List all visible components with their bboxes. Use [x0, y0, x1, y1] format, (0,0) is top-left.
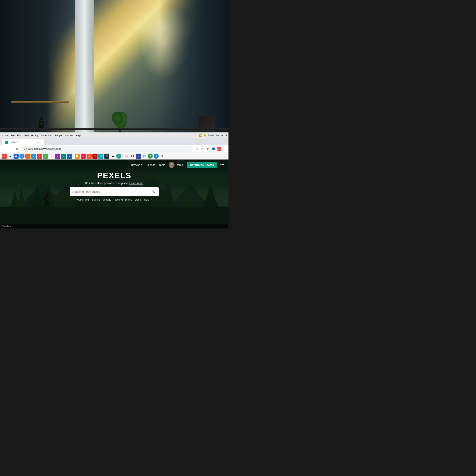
clock: Wed 16:15 [216, 134, 227, 137]
pinterest-icon[interactable]: P [206, 147, 210, 151]
pexels-website: Browse ▾ License Tools Daniel Contri [0, 159, 228, 228]
extension-icon-1[interactable]: 🔵 [211, 147, 216, 151]
shield-icon[interactable]: 🛡 [200, 147, 205, 151]
menu-help[interactable]: Help [76, 134, 81, 137]
tab-close-button[interactable]: × [37, 140, 41, 144]
url-action-buttons: ☆ 🛡 P 🔵 OFF ⋮ [195, 147, 227, 151]
ext-icon-3[interactable]: ■ [31, 153, 36, 159]
ext-icon-17[interactable]: ↺ [116, 153, 121, 159]
ext-icon-18[interactable]: 📊 [124, 153, 129, 159]
os-menubar: hrome File Edit View History Bookmarks P… [0, 133, 228, 138]
tag-blur[interactable]: blur [85, 198, 90, 201]
url-text: https://www.pexels.com [34, 147, 61, 151]
url-bar: ← → ↻ 🔒 Secure https://www.pexels.com ☆ … [0, 145, 228, 153]
office-pillar [75, 0, 94, 137]
menu-edit[interactable]: Edit [17, 134, 21, 137]
ext-icon-6[interactable]: ⚡ [49, 153, 54, 159]
license-link[interactable]: License [146, 163, 155, 167]
url-input[interactable]: 🔒 Secure https://www.pexels.com [21, 146, 193, 152]
menu-people[interactable]: People [55, 134, 62, 137]
ext-icon-2[interactable]: ● [25, 153, 31, 159]
pexels-site-subtitle: Best free stock photos in one place. Lea… [85, 182, 143, 185]
gmail-icon[interactable]: M [2, 153, 7, 159]
ext-icon-8[interactable]: M [61, 153, 66, 159]
background-photo [0, 0, 228, 137]
browse-label: Browse [131, 163, 140, 167]
ext-icon-10[interactable]: 📊 [75, 153, 80, 159]
refresh-button[interactable]: ↻ [14, 146, 19, 152]
ext-icon-11[interactable]: A [81, 153, 86, 159]
user-name: Daniel [176, 163, 184, 167]
more-options-button[interactable]: ••• [220, 163, 224, 167]
tag-vintage[interactable]: vintage [103, 198, 111, 201]
battery-icon: 🔋 [204, 134, 206, 137]
extension-icon-2[interactable]: OFF [217, 147, 221, 151]
tag-meeting[interactable]: meeting [114, 198, 123, 201]
search-icon-button[interactable]: 🔍 [152, 190, 156, 194]
ext-icon-22[interactable]: ↺ [148, 153, 153, 159]
divider-2 [122, 154, 123, 158]
user-avatar[interactable] [169, 162, 174, 168]
ext-icon-20[interactable]: In [136, 153, 141, 159]
more-url-actions[interactable]: ⋮ [222, 147, 227, 151]
active-tab[interactable]: P Pexels × [2, 139, 44, 145]
ext-icon-16[interactable]: ☁ [110, 153, 115, 159]
os-statusbar: 📶 🔋 100 % Wed 16:15 [199, 134, 227, 137]
svg-point-28 [170, 163, 173, 165]
tag-phone[interactable]: phone [125, 198, 132, 201]
back-button[interactable]: ← [2, 146, 7, 152]
ext-icon-5[interactable]: ✓ [43, 153, 48, 159]
tools-link[interactable]: Tools [159, 163, 165, 167]
close-tab-icon[interactable]: ✕ [159, 153, 165, 159]
pexels-nav-right: Browse ▾ License Tools Daniel Contri [131, 162, 224, 168]
ext-icon-13[interactable]: Ps [92, 153, 98, 159]
tag-house[interactable]: house [76, 198, 83, 201]
new-tab-button[interactable]: + [44, 139, 50, 145]
desk [11, 101, 68, 103]
pexels-search-bar[interactable]: 🔍 [70, 187, 159, 196]
browse-arrow-icon: ▾ [141, 163, 143, 167]
pexels-hero-content: PEXELS Best free stock photos in one pla… [0, 171, 228, 201]
ext-icon-7[interactable]: M [55, 153, 60, 159]
pexels-search-input[interactable] [73, 190, 150, 193]
drive-icon[interactable]: ▲ [8, 153, 13, 159]
menu-file[interactable]: File [11, 134, 15, 137]
menu-bookmarks[interactable]: Bookmarks [41, 134, 53, 137]
pexels-tag-list: house blur training vintage meeting phon… [76, 198, 153, 201]
ext-icon-19[interactable]: 🔲 [130, 153, 135, 159]
battery-percent: 100 % [208, 134, 214, 137]
ext-icon-23[interactable]: ◉ [153, 153, 159, 159]
ext-icon-15[interactable]: M [104, 153, 109, 159]
svg-rect-25 [45, 201, 47, 207]
menu-window[interactable]: Window [65, 134, 73, 137]
forward-button[interactable]: → [8, 146, 13, 152]
menu-view[interactable]: View [24, 134, 29, 137]
divider-1 [73, 154, 73, 158]
tag-more-button[interactable]: more → [143, 198, 153, 201]
learn-more-link[interactable]: Learn more [130, 182, 143, 185]
ext-icon-12[interactable]: Ai [86, 153, 92, 159]
contribute-photos-button[interactable]: Contribute Photos [187, 162, 217, 168]
browser-window: hrome File Edit View History Bookmarks P… [0, 133, 228, 228]
os-menu-left: hrome File Edit View History Bookmarks P… [2, 134, 81, 137]
menu-chrome[interactable]: hrome [2, 134, 8, 137]
tab-title: Pexels [10, 141, 17, 144]
ext-icon-14[interactable]: M [98, 153, 103, 159]
browse-button[interactable]: Browse ▾ [131, 163, 142, 167]
user-area: Daniel [169, 162, 184, 168]
menu-history[interactable]: History [31, 134, 38, 137]
calendar-icon[interactable]: 📅 [14, 153, 19, 159]
secure-badge: 🔒 Secure [23, 148, 33, 150]
tag-training[interactable]: training [92, 198, 101, 201]
ext-icon-4[interactable]: ▶ [37, 153, 42, 159]
ext-icon-9[interactable]: M [67, 153, 72, 159]
ext-icon-1[interactable]: G [19, 153, 25, 159]
tab-bar: P Pexels × + [0, 138, 228, 145]
tab-favicon: P [5, 141, 8, 144]
bookmark-icon[interactable]: ☆ [195, 147, 199, 151]
ext-icon-21[interactable]: 🌐 [142, 153, 147, 159]
wifi-icon: 📶 [199, 134, 202, 137]
svg-rect-26 [47, 201, 49, 207]
tag-wood[interactable]: wood [135, 198, 141, 201]
pexels-navbar: Browse ▾ License Tools Daniel Contri [0, 159, 228, 170]
